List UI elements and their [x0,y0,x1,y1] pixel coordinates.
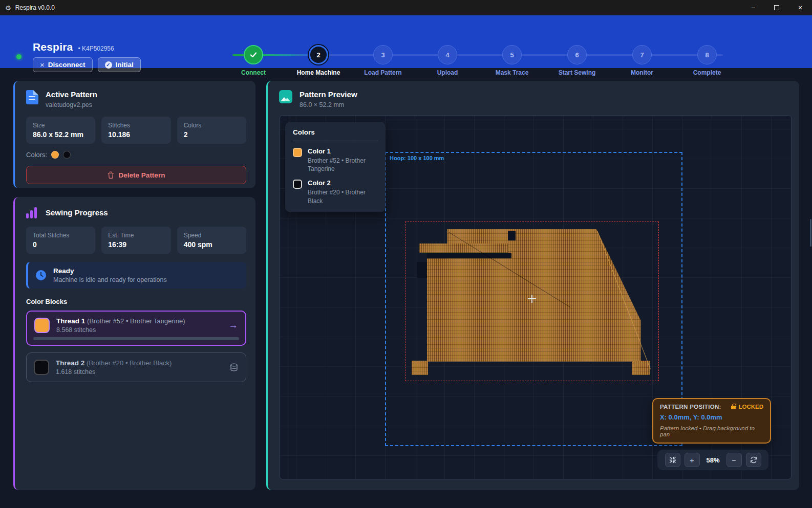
step-label: Home Machine [290,69,347,76]
maximize-icon [774,5,779,10]
pattern-stats: Size 86.0 x 52.2 mm Stitches 10.186 Colo… [15,108,255,144]
active-pattern-title: Active Pattern [46,90,97,99]
app-title: Respira v0.0.0 [15,4,55,11]
stepper-step-load-pattern[interactable]: 3 Load Pattern [355,45,411,76]
clock-icon [35,270,47,281]
colors-overlay-title: Colors [293,128,378,141]
trash-icon [108,171,114,179]
status-description: Machine is idle and ready for operations [53,276,167,283]
pattern-position-overlay: PATTERN POSITION: LOCKED X: 0.0mm, Y: 0.… [652,398,771,444]
stepper-step-home-machine[interactable]: 2 Home Machine [290,45,347,76]
step-label: Upload [419,69,476,76]
stat-colors: Colors 2 [177,117,246,144]
stitch-dark-bar [427,253,511,258]
stitch-dark-notch [508,231,516,240]
machine-status-banner: Ready Machine is idle and ready for oper… [26,262,246,289]
pattern-boundary[interactable] [405,222,659,381]
step-label: Mask Trace [484,69,540,76]
delete-pattern-button[interactable]: Delete Pattern [26,166,246,184]
stepper-step-monitor[interactable]: 7 Monitor [614,45,670,76]
stat-value: 16:39 [108,240,164,249]
fit-view-icon [669,456,676,463]
thread1-stitches: 8.568 stitches [56,326,185,334]
stat-value: 2 [184,130,240,139]
zoom-toolbar: + 58% − [657,450,768,470]
step-label: Monitor [614,69,670,76]
step-number: 3 [373,45,393,64]
stat-label: Colors [184,122,240,129]
close-button[interactable]: × [788,0,812,15]
step-done-check-icon [244,45,263,64]
pattern-center-crosshair [528,295,536,303]
stepper-step-upload[interactable]: 4 Upload [419,45,476,76]
delete-pattern-label: Delete Pattern [119,171,165,179]
step-label: Connect [225,69,282,76]
arrow-right-icon: → [228,320,238,331]
sewing-progress-card: Sewing Progress Total Stitches 0 Est. Ti… [13,197,255,490]
stat-label: Est. Time [108,232,164,239]
color-swatch-tangerine [51,151,59,159]
step-number: 7 [632,45,652,64]
pattern-lock-hint: Pattern locked • Drag background to pan [660,425,763,437]
pattern-dimensions: 86.0 × 52.2 mm [300,101,357,108]
stat-label: Total Stitches [33,232,89,239]
stitch-left-bar [419,244,508,253]
stat-size: Size 86.0 x 52.2 mm [26,117,95,144]
step-number: 4 [438,45,457,64]
stat-label: Size [33,122,89,129]
color2-description: Brother #20 • Brother Black [308,188,378,205]
zoom-out-button[interactable]: − [726,453,742,467]
locked-badge: LOCKED [731,404,763,410]
thread-block-2[interactable]: Thread 2 (Brother #20 • Brother Black) 1… [26,352,246,382]
workflow-stepper: Connect 2 Home Machine 3 Load Pattern 4 … [0,15,812,68]
stepper-step-start-sewing[interactable]: 6 Start Sewing [549,45,605,76]
pattern-preview-title: Pattern Preview [300,90,357,99]
fit-view-button[interactable] [665,453,680,467]
reset-view-button[interactable] [746,453,761,467]
stat-stitches: Stitches 10.186 [101,117,170,144]
color-item-1: Color 1 Brother #52 • Brother Tangerine [293,147,378,173]
stat-speed: Speed 400 spm [177,227,246,254]
color1-name: Color 1 [308,147,378,155]
file-icon [26,90,38,104]
zoom-level: 58% [704,456,722,464]
stitch-left-foot [412,361,428,375]
stat-est-time: Est. Time 16:39 [101,227,170,254]
step-label: Complete [679,69,735,76]
stat-label: Stitches [108,122,164,129]
thread-block-1[interactable]: Thread 1 (Brother #52 • Brother Tangerin… [26,311,246,346]
stepper-step-complete[interactable]: 8 Complete [679,45,735,76]
stat-value: 86.0 x 52.2 mm [33,130,89,139]
pattern-position-label: PATTERN POSITION: [660,404,721,410]
app-header: Respira • K4P502956 × Disconnect ✓ Initi… [0,15,812,68]
titlebar: ⚙ Respira v0.0.0 − × [0,0,812,15]
stepper-step-mask-trace[interactable]: 5 Mask Trace [484,45,540,76]
thread1-swatch [34,318,50,333]
thread2-stitches: 1.618 stitches [56,368,172,376]
app-window: ⚙ Respira v0.0.0 − × Respira • K4P502956… [0,0,812,508]
thread1-name: Thread 1 (Brother #52 • Brother Tangerin… [56,317,185,325]
scrollbar-thumb[interactable] [810,219,811,247]
stat-value: 400 spm [184,240,240,249]
maximize-button[interactable] [765,0,788,15]
color-blocks-label: Color Blocks [15,289,255,305]
stat-value: 10.186 [108,130,164,139]
preview-canvas[interactable]: Hoop: 100 x 100 mm Colors [280,115,792,479]
status-title: Ready [53,267,167,275]
sewing-stats: Total Stitches 0 Est. Time 16:39 Speed 4… [15,218,255,254]
minimize-button[interactable]: − [741,0,765,15]
step-number: 5 [502,45,522,64]
stepper-step-connect[interactable]: Connect [225,45,282,76]
color-item-2: Color 2 Brother #20 • Brother Black [293,179,378,205]
zoom-in-button[interactable]: + [685,453,700,467]
thread2-name: Thread 2 (Brother #20 • Brother Black) [56,359,172,367]
stat-total-stitches: Total Stitches 0 [26,227,95,254]
step-number: 6 [567,45,587,64]
locked-text: LOCKED [738,404,763,410]
window-controls: − × [741,0,812,15]
app-icon: ⚙ [5,4,11,12]
color1-swatch [293,148,302,157]
step-number: 8 [697,45,717,64]
stitch-dark-blob [417,262,427,278]
lock-icon [731,406,736,409]
